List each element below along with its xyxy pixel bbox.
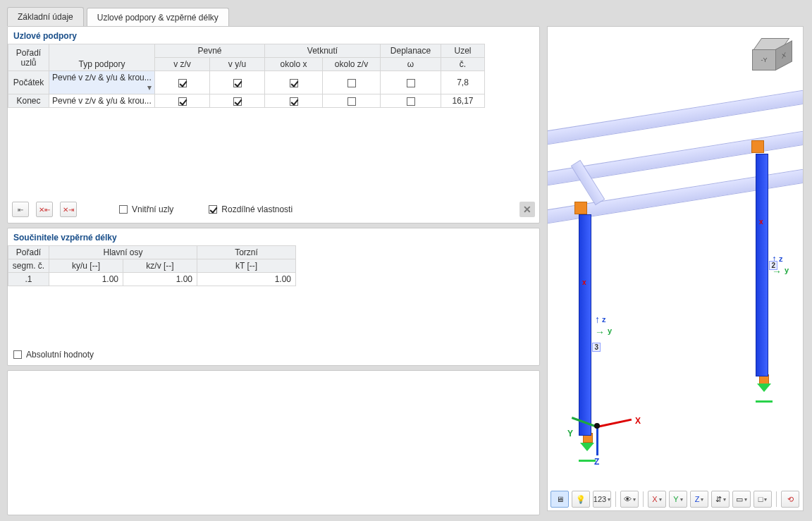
th-node-n[interactable]: č. [441, 58, 485, 71]
table-row[interactable]: KonecPevné v z/v & y/u & krou...16,17 [8, 94, 540, 108]
vp-btn-render1-icon[interactable]: ▭ [732, 491, 751, 508]
absolute-values-checkbox[interactable]: Absolutní hodnoty [13, 350, 94, 360]
th-type[interactable]: Typ podpory [49, 44, 155, 71]
support-icon [757, 384, 771, 392]
btn-insert-left-icon[interactable]: ⇤ [12, 202, 29, 217]
th-tors: Torzní [197, 246, 296, 259]
table-row[interactable]: PočátekPevné v z/v & y/u & krou... ▾7,8 [8, 71, 540, 94]
supports-table: Pořadí uzlů Typ podpory Pevné Vetknutí D… [8, 44, 539, 108]
inner-nodes-checkbox[interactable]: Vnitřní uzly [119, 204, 173, 214]
tab-bar: Základní údaje Uzlové podpory & vzpěrné … [7, 7, 805, 26]
th-node: Uzel [441, 44, 485, 58]
vp-btn-axis-x-icon[interactable]: X [648, 491, 666, 508]
diff-props-checkbox[interactable]: Rozdílné vlastnosti [209, 204, 293, 214]
vp-btn-reset-icon[interactable]: ⟲ [781, 491, 799, 508]
supports-panel: Uzlové podpory Pořadí uzlů [7, 26, 540, 223]
details-panel [7, 370, 540, 515]
diff-props-label: Rozdílné vlastnosti [221, 204, 293, 214]
th-warp: Deplanace [381, 44, 441, 58]
vp-btn-view-icon[interactable]: 👁 [620, 491, 639, 508]
absolute-values-label: Absolutní hodnoty [26, 350, 94, 360]
inner-nodes-label: Vnitřní uzly [132, 204, 173, 214]
member-id: 3 [592, 343, 601, 352]
close-icon[interactable]: ✕ [519, 202, 535, 217]
btn-delete-col-icon[interactable]: ✕⇤ [36, 202, 53, 217]
table-row[interactable]: .11.001.001.00 [8, 273, 540, 286]
joint-icon [751, 140, 764, 153]
factors-panel: Součinitele vzpěrné délky Pořadí Hlavní … [7, 228, 540, 366]
vp-btn-light-icon[interactable]: 💡 [572, 491, 590, 508]
vp-btn-mirror-icon[interactable]: ⇵ [711, 491, 730, 508]
vp-btn-axis-z-icon[interactable]: Z [690, 491, 708, 508]
model-viewport[interactable]: -Y X x ↑ z → y [547, 26, 804, 511]
column-member[interactable]: x ↑ z → y 2 [756, 154, 768, 376]
vp-btn-axis-y-icon[interactable]: Y [669, 491, 687, 508]
tab-basic-data[interactable]: Základní údaje [7, 7, 84, 26]
member-id: 2 [769, 261, 777, 270]
th-order: Pořadí uzlů [8, 44, 49, 71]
factors-table: Pořadí Hlavní osy Torzní segm. č. ky/u [… [8, 245, 539, 286]
th-restr-x[interactable]: okolo x [265, 58, 323, 71]
th-fixed-z[interactable]: v z/v [155, 58, 210, 71]
supports-title: Uzlové podpory [8, 27, 539, 44]
th-kz[interactable]: kz/v [--] [123, 259, 197, 273]
th-fixed-y[interactable]: v y/u [210, 58, 265, 71]
th-ky[interactable]: ky/u [--] [49, 259, 123, 273]
vp-btn-render2-icon[interactable]: □ [753, 491, 772, 508]
th-restr-z[interactable]: okolo z/v [323, 58, 381, 71]
view-cube[interactable]: -Y X [752, 38, 790, 76]
vp-btn-numbers-icon[interactable]: 123 [593, 491, 611, 508]
btn-delete-row-icon[interactable]: ✕⇥ [60, 202, 77, 217]
th-kt[interactable]: kT [--] [197, 259, 296, 273]
th-main: Hlavní osy [49, 246, 197, 259]
th-warp-w[interactable]: ω [381, 58, 441, 71]
th-fixed: Pevné [155, 44, 265, 58]
joint-icon [574, 202, 587, 214]
viewport-toolbar: 🖥 💡 123 👁 X Y Z ⇵ ▭ □ ⟲ [550, 491, 800, 508]
vp-btn-display-icon[interactable]: 🖥 [550, 491, 569, 508]
th-order1: Pořadí [8, 246, 49, 259]
global-axis-triad: X Y Z [576, 398, 660, 468]
factors-title: Součinitele vzpěrné délky [8, 228, 539, 245]
th-order2: segm. č. [8, 259, 49, 273]
th-restr: Vetknutí [265, 44, 381, 58]
tab-nodal-supports[interactable]: Uzlové podpory & vzpěrné délky [87, 8, 229, 27]
